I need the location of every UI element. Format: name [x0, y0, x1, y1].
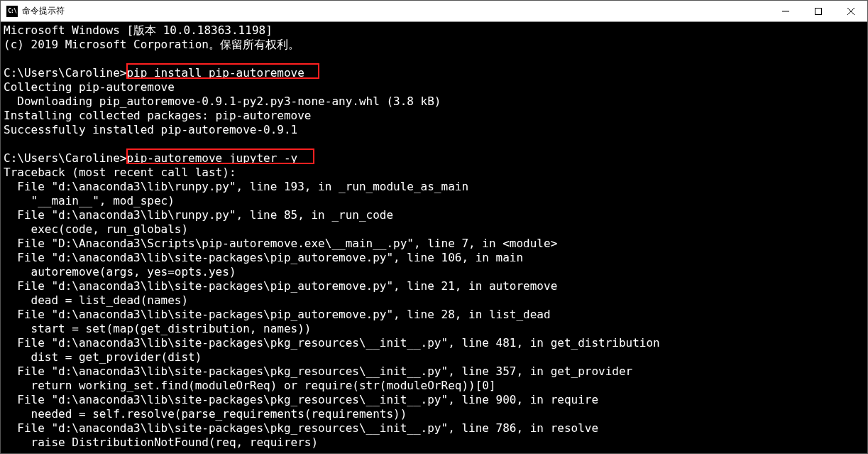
terminal-line: File "d:\anaconda3\lib\site-packages\pkg… — [4, 364, 864, 379]
close-icon — [847, 8, 855, 15]
terminal-line: File "d:\anaconda3\lib\site-packages\pip… — [4, 251, 864, 265]
close-button[interactable] — [835, 1, 867, 21]
terminal-line: Collecting pip-autoremove — [4, 80, 864, 94]
terminal-line — [4, 52, 864, 66]
terminal-line: C:\Users\Caroline>pip-autoremove jupyter… — [4, 151, 864, 166]
terminal-line: File "d:\anaconda3\lib\site-packages\pkg… — [4, 421, 864, 436]
terminal-line: dist = get_provider(dist) — [4, 350, 864, 364]
terminal-line: File "d:\anaconda3\lib\site-packages\pkg… — [4, 393, 864, 407]
window-controls — [769, 1, 867, 21]
terminal-line: File "d:\anaconda3\lib\runpy.py", line 8… — [4, 208, 864, 222]
terminal-line: File "d:\anaconda3\lib\site-packages\pkg… — [4, 336, 864, 350]
terminal-line: Successfully installed pip-autoremove-0.… — [4, 123, 864, 137]
terminal-line: Traceback (most recent call last): — [4, 166, 864, 180]
terminal-line: File "d:\anaconda3\lib\site-packages\pip… — [4, 279, 864, 293]
minimize-button[interactable] — [769, 1, 802, 21]
minimize-icon — [782, 8, 789, 15]
svg-rect-1 — [815, 8, 822, 14]
terminal-line: Downloading pip_autoremove-0.9.1-py2.py3… — [4, 94, 864, 109]
terminal-line: File "d:\anaconda3\lib\runpy.py", line 1… — [4, 180, 864, 194]
terminal-line: (c) 2019 Microsoft Corporation。保留所有权利。 — [4, 38, 864, 52]
terminal-line: needed = self.resolve(parse_requirements… — [4, 407, 864, 421]
maximize-button[interactable] — [802, 1, 835, 21]
terminal-line: Installing collected packages: pip-autor… — [4, 109, 864, 123]
terminal-line: return working_set.find(moduleOrReq) or … — [4, 379, 864, 393]
terminal-line: C:\Users\Caroline>pip install pip-autore… — [4, 66, 864, 80]
terminal-line — [4, 137, 864, 151]
titlebar[interactable]: C:\ 命令提示符 — [1, 1, 867, 22]
terminal-line: raise DistributionNotFound(req, requirer… — [4, 436, 864, 450]
terminal-line: File "D:\Anaconda3\Scripts\pip-autoremov… — [4, 237, 864, 251]
terminal-line: dead = list_dead(names) — [4, 293, 864, 308]
command-prompt-window: C:\ 命令提示符 Microsoft Windows [版本 10.0.183… — [0, 0, 868, 454]
terminal-line: autoremove(args, yes=opts.yes) — [4, 265, 864, 279]
terminal-line: exec(code, run_globals) — [4, 222, 864, 237]
maximize-icon — [815, 8, 822, 15]
terminal-output[interactable]: Microsoft Windows [版本 10.0.18363.1198](c… — [1, 22, 867, 453]
terminal-line: File "d:\anaconda3\lib\site-packages\pip… — [4, 308, 864, 322]
terminal-line: "__main__", mod_spec) — [4, 194, 864, 208]
terminal-line: start = set(map(get_distribution, names)… — [4, 322, 864, 336]
window-title: 命令提示符 — [22, 5, 769, 17]
app-icon: C:\ — [6, 6, 18, 17]
terminal-line: Microsoft Windows [版本 10.0.18363.1198] — [4, 23, 864, 38]
